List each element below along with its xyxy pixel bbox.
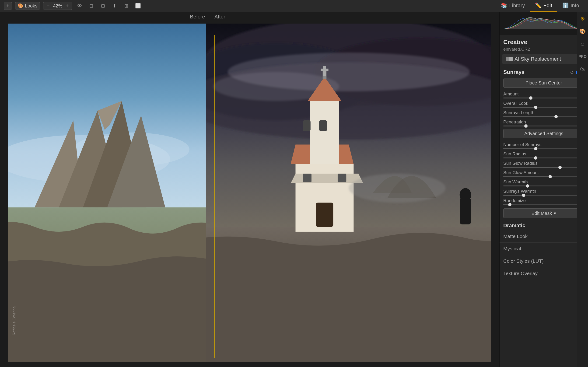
looks-button[interactable]: 🎨 Looks: [15, 2, 40, 10]
edit-label: Edit: [543, 3, 552, 9]
library-icon: 📚: [501, 3, 507, 9]
slider-sunrays-length-label: Sunrays Length: [503, 110, 534, 115]
zoom-value: 42%: [52, 3, 64, 9]
info-icon: ℹ️: [562, 3, 569, 9]
looks-label: Looks: [25, 3, 37, 9]
slider-sun-glow-amount: Sun Glow Amount 60: [500, 169, 588, 178]
photo-after: [206, 24, 491, 362]
grid-icon[interactable]: ⊞: [122, 2, 130, 10]
toolbar-right: 📚 Library ✏️ Edit ℹ️ Info: [496, 0, 584, 12]
after-label: After: [210, 12, 499, 22]
svg-rect-19: [310, 101, 339, 164]
zoom-minus-button[interactable]: −: [45, 3, 51, 9]
main-area: Before After: [0, 12, 588, 367]
ai-badge[interactable]: AI Sky Replacement: [502, 54, 585, 64]
svg-rect-26: [303, 174, 311, 182]
slider-sunrays-warmth-label: Sunrays Warmth: [503, 189, 536, 194]
edit-icon: ✏️: [535, 3, 541, 9]
slider-sun-glow-radius: Sun Glow Radius 70: [500, 160, 588, 169]
slider-sun-radius: Sun Radius 40: [500, 150, 588, 160]
section-matte-look[interactable]: Matte Look: [500, 230, 588, 242]
before-label: Before: [0, 12, 210, 22]
slider-amount-track[interactable]: [503, 98, 584, 99]
slider-sun-glow-radius-track[interactable]: [503, 167, 584, 168]
split-divider[interactable]: [215, 35, 215, 358]
svg-rect-27: [338, 174, 346, 182]
slider-penetration-track[interactable]: [503, 125, 584, 126]
section-color-styles[interactable]: Color Styles (LUT): [500, 255, 588, 267]
slider-randomize-label: Randomize: [503, 198, 526, 203]
add-button[interactable]: +: [4, 2, 12, 10]
dramatic-label: Dramatic: [503, 223, 525, 228]
slider-sun-radius-label: Sun Radius: [503, 151, 526, 157]
slider-randomize-track[interactable]: [503, 204, 584, 205]
slider-overall-look-track[interactable]: [503, 107, 584, 108]
crop-icon[interactable]: ⊡: [99, 2, 107, 10]
library-label: Library: [509, 3, 525, 9]
slider-overall-look-label: Overall Look: [503, 101, 528, 106]
sun-icon-btn[interactable]: ☀: [579, 15, 587, 23]
place-sun-center-button[interactable]: Place Sun Center: [503, 78, 584, 88]
ai-badge-text: AI Sky Replacement: [514, 56, 561, 62]
panel-file-name: elevated.CR2: [500, 47, 588, 54]
svg-rect-33: [506, 57, 509, 61]
bag-icon-btn[interactable]: 🛍: [579, 65, 587, 74]
slider-overall-look: Overall Look 40: [500, 100, 588, 109]
slider-sun-warmth-label: Sun Warmth: [503, 179, 528, 184]
face-icon-btn[interactable]: ☺: [579, 40, 587, 48]
tab-info[interactable]: ℹ️ Info: [557, 0, 584, 12]
chevron-down-icon: ▾: [554, 210, 556, 216]
edit-mask-label: Edit Mask: [531, 211, 552, 216]
info-label: Info: [571, 3, 579, 9]
right-side-icons: ☀ 🎨 ☺ PRO 🛍: [577, 12, 588, 367]
slider-number-sunrays-label: Number of Sunrays: [503, 142, 542, 147]
fullscreen-icon[interactable]: ⬜: [134, 2, 142, 10]
slider-amount: Amount 34: [500, 91, 588, 100]
section-texture-overlay[interactable]: Texture Overlay: [500, 267, 588, 280]
looks-icon: 🎨: [18, 3, 24, 9]
histogram-area: ⊞ ⊟: [500, 12, 588, 35]
slider-sun-warmth-track[interactable]: [503, 185, 584, 186]
slider-amount-label: Amount: [503, 92, 518, 97]
slider-number-sunrays: Number of Sunrays 22: [500, 141, 588, 150]
panel-content: Creative elevated.CR2 AI Sky Replacement…: [500, 35, 588, 367]
slider-sunrays-length-track[interactable]: [503, 116, 584, 117]
slider-sunrays-length: Sunrays Length 65: [500, 109, 588, 118]
ai-badge-icon: [506, 57, 513, 61]
slider-sunrays-warmth-track[interactable]: [503, 195, 584, 196]
svg-point-32: [348, 174, 446, 202]
photo-wrapper: Raffaele Caterina: [8, 24, 491, 362]
before-after-labels: Before After: [0, 12, 499, 22]
sunrays-reset-button[interactable]: ↺: [570, 69, 574, 75]
slider-sun-radius-track[interactable]: [503, 158, 584, 158]
photo-before: Raffaele Caterina: [8, 24, 206, 362]
tab-library[interactable]: 📚 Library: [496, 0, 530, 12]
svg-rect-22: [303, 120, 310, 131]
section-mystical[interactable]: Mystical: [500, 242, 588, 255]
tab-edit[interactable]: ✏️ Edit: [530, 0, 557, 12]
canvas-area: Before After: [0, 12, 499, 367]
panel-section-title: Creative: [500, 35, 588, 47]
toolbar: + 🎨 Looks − 42% + 👁 ⊟ ⊡ ⬆ ⊞ ⬜ 📚 Library …: [0, 0, 588, 12]
export-icon[interactable]: ⬆: [110, 2, 119, 10]
slider-penetration-label: Penetration: [503, 119, 526, 125]
svg-rect-23: [319, 120, 327, 131]
slider-sun-glow-radius-label: Sun Glow Radius: [503, 161, 538, 166]
slider-penetration: Penetration 28: [500, 118, 588, 128]
overlay-icon[interactable]: ⊟: [87, 2, 95, 10]
advanced-settings-button[interactable]: Advanced Settings: [503, 129, 584, 138]
zoom-plus-button[interactable]: +: [64, 3, 70, 9]
slider-sun-glow-amount-track[interactable]: [503, 176, 584, 177]
eye-icon[interactable]: 👁: [75, 2, 84, 10]
toolbar-left: + 🎨 Looks − 42% + 👁 ⊟ ⊡ ⬆ ⊞ ⬜: [4, 2, 493, 10]
slider-sun-warmth: Sun Warmth 30: [500, 178, 588, 188]
pro-icon-btn[interactable]: PRO: [579, 52, 587, 61]
svg-rect-29: [321, 69, 328, 71]
svg-rect-24: [316, 202, 333, 227]
dramatic-section-title: Dramatic: [500, 220, 588, 230]
palette-icon-btn[interactable]: 🎨: [579, 27, 587, 36]
svg-marker-25: [290, 174, 363, 183]
svg-rect-34: [509, 57, 513, 61]
edit-mask-button[interactable]: Edit Mask ▾: [503, 208, 584, 218]
slider-number-sunrays-track[interactable]: [503, 148, 584, 149]
